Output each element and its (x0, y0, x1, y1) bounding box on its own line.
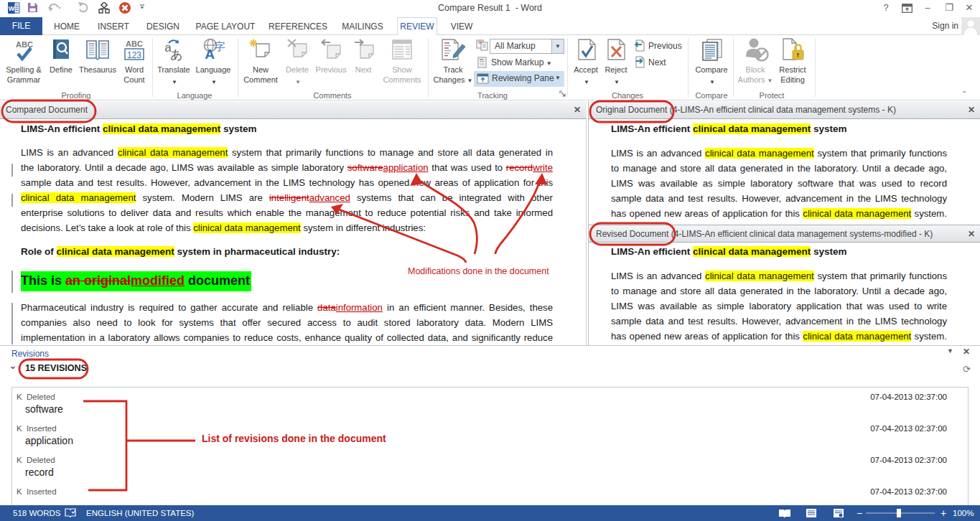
svg-text:あ: あ (170, 48, 182, 62)
svg-text:ABC: ABC (126, 39, 143, 48)
svg-text:字: 字 (215, 40, 225, 52)
svg-text:A: A (205, 47, 215, 62)
svg-text:ABC: ABC (16, 40, 33, 49)
svg-text:123: 123 (127, 50, 141, 60)
